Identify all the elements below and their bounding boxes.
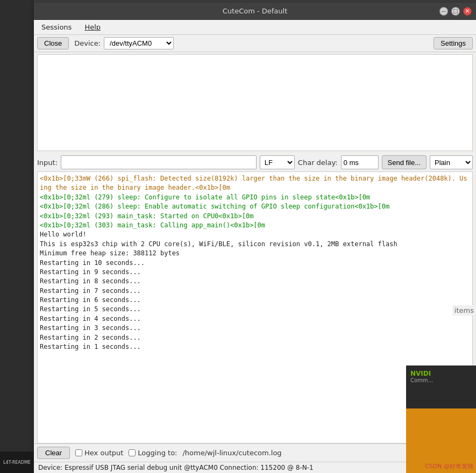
nvidia-panel: NVIDI Comm... bbox=[406, 366, 476, 408]
nvidia-label: NVIDI bbox=[410, 370, 431, 377]
device-select[interactable]: /dev/ttyACM0 bbox=[104, 37, 174, 49]
terminal-line: Restarting in 10 seconds... bbox=[40, 259, 470, 268]
menu-bar: Sessions Help bbox=[34, 20, 476, 35]
terminal-line: Hello world! bbox=[40, 230, 470, 239]
menu-help[interactable]: Help bbox=[81, 22, 104, 32]
hex-output-checkbox[interactable] bbox=[75, 449, 82, 456]
log-path: /home/wjl-linux/cutecom.log bbox=[182, 449, 281, 457]
hex-output-label: Hex output bbox=[84, 449, 123, 457]
terminal-line: Restarting in 8 seconds... bbox=[40, 277, 470, 286]
terminal-line: <0x1b>[0;32ml (293) main_task: Started o… bbox=[40, 212, 470, 221]
left-sidebar bbox=[0, 0, 34, 473]
terminal-line: Restarting in 3 seconds... bbox=[40, 324, 470, 333]
toolbar: Close Device: /dev/ttyACM0 Settings bbox=[34, 35, 476, 52]
char-delay-label: Char delay: bbox=[298, 159, 338, 167]
title-bar: CuteCom - Default — □ ✕ bbox=[34, 3, 476, 20]
hex-output-checkbox-label[interactable]: Hex output bbox=[75, 449, 123, 457]
char-delay-input[interactable] bbox=[341, 155, 379, 169]
minimize-button[interactable]: — bbox=[439, 7, 448, 16]
window-title: CuteCom - Default bbox=[223, 7, 288, 15]
l4t-readme-label: L4T-README bbox=[0, 452, 34, 473]
terminal-line: Restarting in 6 seconds... bbox=[40, 296, 470, 305]
nvidia-sublabel: Comm... bbox=[410, 377, 433, 383]
menu-sessions[interactable]: Sessions bbox=[38, 22, 75, 32]
input-row: Input: LF CR CR+LF None Char delay: Send… bbox=[34, 153, 476, 171]
terminal-line: Restarting in 2 seconds... bbox=[40, 333, 470, 342]
items-label: items bbox=[452, 305, 476, 316]
window-controls: — □ ✕ bbox=[439, 7, 472, 16]
settings-button[interactable]: Settings bbox=[434, 37, 473, 49]
close-button[interactable]: Close bbox=[37, 37, 69, 49]
logging-checkbox[interactable] bbox=[129, 449, 136, 456]
terminal-line: Restarting in 5 seconds... bbox=[40, 305, 470, 314]
terminal-line: <0x1b>[0;32ml (303) main_task: Calling a… bbox=[40, 221, 470, 230]
maximize-button[interactable]: □ bbox=[451, 7, 460, 16]
terminal-line: Restarting in 1 seconds... bbox=[40, 342, 470, 352]
plain-select[interactable]: Plain Hex bbox=[430, 155, 473, 169]
watermark: CSDN @好奇龙猫 bbox=[425, 462, 473, 470]
status-text: Device: Espressif USB JTAG serial debug … bbox=[38, 464, 314, 471]
device-label: Device: bbox=[74, 39, 101, 47]
terminal-line: Restarting in 9 seconds... bbox=[40, 268, 470, 277]
clear-button[interactable]: Clear bbox=[37, 447, 70, 459]
logging-to-label: Logging to: bbox=[138, 449, 177, 457]
input-label: Input: bbox=[37, 159, 58, 167]
top-output-area bbox=[37, 54, 473, 151]
lf-select[interactable]: LF CR CR+LF None bbox=[260, 155, 295, 169]
terminal-line: <0x1b>[0;32ml (286) sleep: Enable automa… bbox=[40, 202, 470, 211]
terminal-line: Restarting in 4 seconds... bbox=[40, 314, 470, 324]
logging-checkbox-label[interactable]: Logging to: bbox=[129, 449, 177, 457]
send-file-button[interactable]: Send file... bbox=[382, 155, 427, 169]
input-field[interactable] bbox=[61, 155, 257, 169]
terminal-line: <0x1b>[0;33mW (266) spi_flash: Detected … bbox=[40, 174, 470, 193]
terminal-line: <0x1b>[0;32ml (279) sleep: Configure to … bbox=[40, 193, 470, 202]
terminal-line: Restarting in 7 seconds... bbox=[40, 286, 470, 296]
terminal-line: This is esp32s3 chip with 2 CPU core(s),… bbox=[40, 240, 470, 249]
close-window-button[interactable]: ✕ bbox=[463, 7, 472, 16]
terminal-line: Minimum free heap size: 388112 bytes bbox=[40, 249, 470, 258]
